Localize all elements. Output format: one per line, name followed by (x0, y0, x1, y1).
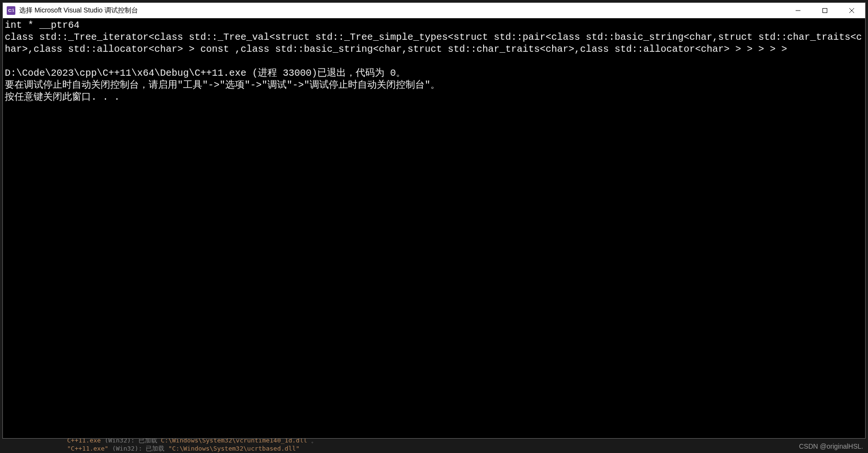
titlebar[interactable]: C:\ 选择 Microsoft Visual Studio 调试控制台 (3, 3, 865, 18)
restore-icon (822, 8, 827, 13)
close-icon (849, 8, 855, 13)
window-title: 选择 Microsoft Visual Studio 调试控制台 (19, 6, 785, 15)
close-button[interactable] (838, 3, 865, 18)
background-editor-output: C++11.exe (Win32): 已加载 C:\Windows\System… (67, 437, 317, 453)
app-icon: C:\ (7, 6, 15, 15)
minimize-button[interactable] (785, 3, 811, 18)
minimize-icon (795, 8, 801, 13)
console-output[interactable]: int * __ptr64 class std::_Tree_iterator<… (3, 18, 865, 438)
watermark: CSDN @originalHSL. (799, 442, 863, 450)
window-controls (785, 3, 865, 18)
console-window: C:\ 选择 Microsoft Visual Studio 调试控制台 int… (2, 2, 866, 439)
maximize-button[interactable] (811, 3, 838, 18)
